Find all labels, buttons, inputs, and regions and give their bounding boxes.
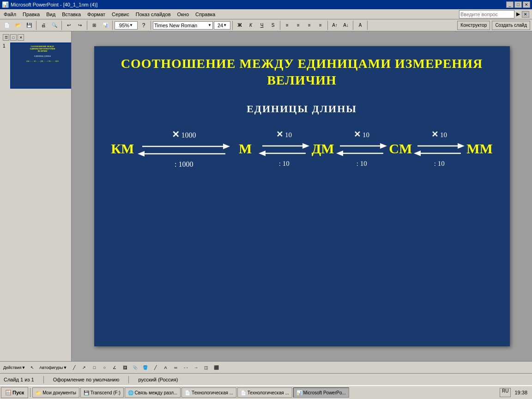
color-button[interactable]: A <box>355 20 365 30</box>
underline-button[interactable]: Ч <box>257 20 267 30</box>
svg-marker-7 <box>259 151 266 156</box>
cursor-button[interactable]: ↖ <box>28 363 37 372</box>
double-arrow-1 <box>138 141 230 159</box>
insert-clip-button[interactable]: 📎 <box>130 363 139 372</box>
open-button[interactable]: 📂 <box>13 20 23 30</box>
preview-button[interactable]: 🔍 <box>49 20 60 30</box>
align-left-button[interactable]: ≡ <box>282 20 292 30</box>
justify-button[interactable]: ≡ <box>315 20 326 30</box>
separator-5 <box>151 21 151 30</box>
arrow-style-button[interactable]: → <box>191 363 200 372</box>
decrease-font-button[interactable]: A↓ <box>341 20 351 30</box>
menu-window[interactable]: Окно <box>175 11 192 18</box>
print-button[interactable]: 🖨 <box>38 20 48 30</box>
menu-view[interactable]: Вид <box>43 11 58 18</box>
save-button[interactable]: 💾 <box>24 20 34 30</box>
font-selector[interactable]: Times New Roman ▼ <box>153 21 213 30</box>
align-right-button[interactable]: ≡ <box>304 20 314 30</box>
font-color-button[interactable]: A <box>161 363 170 372</box>
line-color-button[interactable]: ╱ <box>151 363 160 372</box>
language-button[interactable]: RU <box>500 388 511 397</box>
zoom-value: 95% <box>119 23 129 28</box>
italic-button[interactable]: К <box>246 20 256 30</box>
ask-input[interactable] <box>459 10 514 18</box>
separator-8 <box>327 21 328 30</box>
bold-button[interactable]: Ж <box>235 20 245 30</box>
arrow-tool[interactable]: ↗ <box>79 363 89 372</box>
close-button[interactable]: ✕ <box>523 1 530 8</box>
multiply-label-2: 10 <box>285 131 292 139</box>
diagram-area: КМ ✕ 1000 : <box>94 129 510 169</box>
font-size-value: 24 <box>218 23 223 28</box>
taskbar-transcend[interactable]: 💾 Transcend (F:) <box>80 387 124 398</box>
svg-marker-1 <box>223 144 230 149</box>
start-button[interactable]: 🪟 Пуск <box>1 387 28 398</box>
multiply-label-3: 10 <box>363 131 369 139</box>
menu-format[interactable]: Формат <box>85 11 108 18</box>
slide-thumbnail[interactable]: СООТНОШЕНИЕ МЕЖДУЕДИНИЦАМИ ИЗМЕРЕНИЯВЕЛИ… <box>10 42 72 89</box>
divide-label-1: : 1000 <box>175 160 193 168</box>
slide: СООТНОШЕНИЕ МЕЖДУ ЕДИНИЦАМИ ИЗМЕРЕНИЯ ВЕ… <box>94 46 510 346</box>
multiply-label-4: 10 <box>440 131 447 139</box>
taskbar-tech2[interactable]: 📄 Технологическая ... <box>237 387 292 398</box>
constructor-button[interactable]: Конструктор <box>457 21 490 30</box>
x-symbol-4: ✕ <box>431 130 438 139</box>
strikethrough-button[interactable]: S <box>268 20 278 30</box>
new-button[interactable]: 📄 <box>2 20 12 30</box>
taskbar-sep <box>30 388 30 397</box>
actions-button[interactable]: Действия▼ <box>2 363 27 372</box>
oval-tool[interactable]: ○ <box>100 363 109 372</box>
shadow-button[interactable]: ◫ <box>201 363 211 372</box>
zoom-dropdown-icon[interactable]: ▼ <box>129 23 133 27</box>
time-display: 19:38 <box>513 390 529 395</box>
minimize-button[interactable]: _ <box>506 1 514 8</box>
menu-file[interactable]: Файл <box>1 11 19 18</box>
font-size-selector[interactable]: 24 ▼ <box>214 21 230 30</box>
menu-edit[interactable]: Правка <box>20 11 42 18</box>
arrow-group-m-dm: ✕ 10 : 10 <box>259 129 309 168</box>
taskbar-ppt[interactable]: 📊 Microsoft PowerPo... <box>293 387 349 398</box>
zoom-display[interactable]: 95% ▼ <box>115 21 138 30</box>
line-style-button[interactable]: ═ <box>171 363 180 372</box>
zoom-help-button[interactable]: ? <box>139 20 149 30</box>
unit-km: КМ <box>111 141 134 157</box>
create-slide-button[interactable]: Создать слайд <box>492 21 530 30</box>
insert-image-button[interactable]: 🖼 <box>120 363 129 372</box>
autoshapes-button[interactable]: Автофигуры▼ <box>38 363 68 372</box>
menu-slideshow[interactable]: Показ слайдов <box>133 11 174 18</box>
separator-1 <box>36 21 36 30</box>
menu-insert[interactable]: Вставка <box>59 11 84 18</box>
double-arrow-3 <box>336 140 387 159</box>
3d-button[interactable]: ⬛ <box>212 363 221 372</box>
double-arrow-4 <box>414 140 465 159</box>
table-button[interactable]: ⊞ <box>89 20 99 30</box>
angle-button[interactable]: ∠ <box>110 363 119 372</box>
increase-font-button[interactable]: A↑ <box>330 20 340 30</box>
align-center-button[interactable]: ≡ <box>293 20 303 30</box>
rect-tool[interactable]: □ <box>90 363 99 372</box>
menu-service[interactable]: Сервис <box>109 11 132 18</box>
panel-close[interactable]: ✕ <box>18 34 24 41</box>
maximize-button[interactable]: □ <box>514 1 522 8</box>
font-dropdown-icon[interactable]: ▼ <box>208 23 212 27</box>
menu-help[interactable]: Справка <box>193 11 218 18</box>
panel-outline-view[interactable]: □ <box>10 34 17 41</box>
chart-button[interactable]: 📊 <box>100 20 110 30</box>
color-fill-button[interactable]: 🪣 <box>140 363 150 372</box>
status-sep-1 <box>43 376 44 383</box>
start-label: Пуск <box>12 390 24 395</box>
panel-list-view[interactable]: ☰ <box>3 34 9 41</box>
taskbar-my-docs[interactable]: 📁 Мои документы <box>32 387 79 398</box>
dash-style-button[interactable]: - - <box>181 363 190 372</box>
undo-button[interactable]: ↩ <box>64 20 74 30</box>
taskbar-tech1[interactable]: 📄 Технологическая ... <box>181 387 236 398</box>
taskbar-svyaz[interactable]: 🌐 Связь между разл... <box>125 387 181 398</box>
svg-marker-9 <box>380 143 387 149</box>
x-symbol-1: ✕ <box>172 129 180 139</box>
redo-button[interactable]: ↪ <box>75 20 85 30</box>
canvas-area[interactable]: СООТНОШЕНИЕ МЕЖДУ ЕДИНИЦАМИ ИЗМЕРЕНИЯ ВЕ… <box>72 31 532 361</box>
menu-close-button[interactable]: ✕ <box>522 11 529 18</box>
font-name: Times New Roman <box>154 23 208 28</box>
line-tool[interactable]: ╱ <box>69 363 79 372</box>
size-dropdown-icon[interactable]: ▼ <box>223 23 227 27</box>
